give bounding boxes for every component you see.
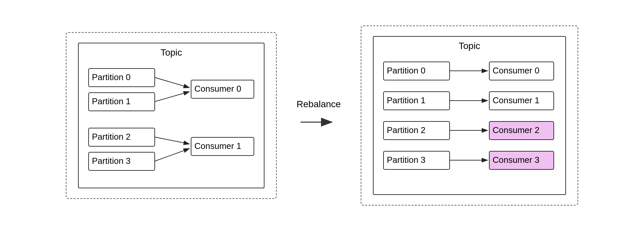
svg-text:Consumer 2: Consumer 2 [493, 125, 540, 135]
svg-text:Consumer 1: Consumer 1 [493, 95, 540, 105]
svg-line-14 [155, 137, 189, 144]
rebalance-arrow-svg [299, 112, 339, 132]
right-topic-box: Topic Partition 0 Partition 1 Partition … [373, 36, 566, 195]
svg-text:Partition 2: Partition 2 [387, 125, 425, 135]
main-container: Topic Partition 0 Partition 1 Partition … [59, 19, 585, 212]
svg-line-12 [155, 77, 189, 88]
svg-text:Partition 0: Partition 0 [92, 72, 131, 82]
svg-text:Consumer 0: Consumer 0 [493, 66, 540, 75]
svg-text:Partition 2: Partition 2 [92, 132, 131, 142]
svg-text:Partition 1: Partition 1 [387, 95, 425, 105]
left-diagram: Topic Partition 0 Partition 1 Partition … [66, 32, 277, 199]
svg-text:Consumer 0: Consumer 0 [194, 84, 241, 94]
right-diagram-svg: Partition 0 Partition 1 Partition 2 Part… [380, 55, 559, 188]
right-topic-label: Topic [459, 41, 480, 51]
svg-text:Consumer 1: Consumer 1 [194, 141, 241, 151]
left-topic-box: Topic Partition 0 Partition 1 Partition … [78, 43, 264, 188]
svg-text:Partition 3: Partition 3 [387, 155, 425, 165]
svg-line-13 [155, 92, 189, 102]
rebalance-section: Rebalance [297, 99, 341, 132]
svg-text:Partition 0: Partition 0 [387, 66, 425, 75]
left-topic-label: Topic [160, 47, 182, 58]
svg-text:Partition 3: Partition 3 [92, 156, 131, 166]
svg-line-15 [155, 149, 189, 161]
svg-text:Consumer 3: Consumer 3 [493, 155, 540, 165]
rebalance-label: Rebalance [297, 99, 341, 110]
left-diagram-svg: Partition 0 Partition 1 Partition 2 Part… [85, 62, 257, 181]
svg-text:Partition 1: Partition 1 [92, 96, 131, 106]
right-diagram: Topic Partition 0 Partition 1 Partition … [361, 25, 578, 206]
